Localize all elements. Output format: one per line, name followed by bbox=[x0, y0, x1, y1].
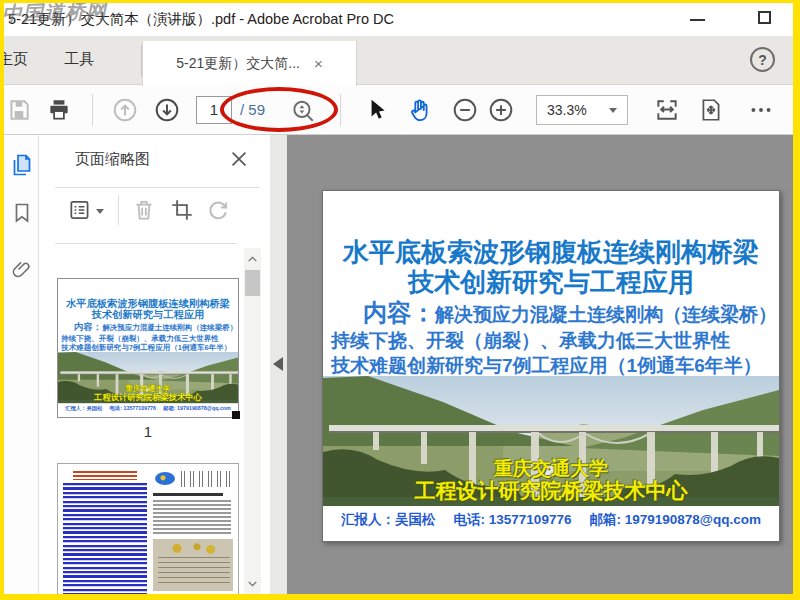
main-toolbar: 1 / 59 33.3% bbox=[4, 85, 793, 135]
crop-pages-icon[interactable] bbox=[169, 197, 195, 223]
panel-gutter[interactable] bbox=[270, 135, 287, 594]
maximize-button[interactable] bbox=[758, 11, 771, 24]
thumbnail-page-1[interactable]: 水平底板索波形钢腹板连续刚构桥梁 技术创新研究与工程应用 内容：解决预应力混凝土… bbox=[57, 278, 239, 418]
rotate-pages-icon[interactable] bbox=[205, 197, 231, 223]
attachments-panel-icon[interactable] bbox=[10, 257, 34, 281]
zoom-level-dropdown[interactable]: 33.3% bbox=[536, 95, 628, 125]
caption-center: 工程设计研究院桥梁技术中心 bbox=[58, 393, 238, 402]
scrollbar-thumb[interactable] bbox=[245, 270, 260, 296]
slide-contact-line: 汇报人：吴国松电话: 13577109776邮箱: 1979190878@qq.… bbox=[323, 511, 779, 529]
bridge-photo: 重庆交通大学 工程设计研究院桥梁技术中心 bbox=[323, 376, 779, 506]
thumbnail-2-paragraph bbox=[153, 500, 231, 534]
thumbnail-2-certificate-image bbox=[153, 539, 233, 591]
contact-email: 邮箱: 1979190878@qq.com bbox=[163, 406, 231, 412]
bridge-photo: 重庆交通大学 工程设计研究院桥梁技术中心 bbox=[58, 352, 238, 403]
window-titlebar[interactable]: 中国道桥网 5-21更新）交大简本（演讲版）.pdf - Adobe Acrob… bbox=[4, 3, 793, 36]
fit-width-icon[interactable] bbox=[654, 97, 680, 123]
tab-document-label: 5-21更新）交大简... bbox=[176, 55, 300, 73]
page-thumbnails-panel-icon[interactable] bbox=[10, 153, 34, 177]
panel-title: 页面缩略图 bbox=[75, 150, 150, 169]
caption-university: 重庆交通大学 bbox=[323, 458, 779, 479]
thumbnail-page-1-label: 1 bbox=[57, 423, 239, 440]
chevron-down-icon bbox=[96, 209, 104, 214]
help-icon[interactable]: ? bbox=[750, 47, 775, 72]
slide-title-line2: 技术创新研究与工程应用 bbox=[329, 267, 773, 297]
slide-content: 内容：解决预应力混凝土连续刚构（连续梁桥） 持续下挠、开裂（崩裂）、承载力低三大… bbox=[323, 299, 779, 378]
thumbnail-options-icon[interactable] bbox=[67, 197, 93, 223]
print-icon[interactable] bbox=[46, 97, 72, 123]
chevron-down-icon bbox=[609, 108, 617, 113]
pdf-slide-page[interactable]: 水平底板索波形钢腹板连续刚构桥梁 技术创新研究与工程应用 内容：解决预应力混凝土… bbox=[323, 191, 779, 541]
slide-content-line3: 技术难题创新研究与7例工程应用（1例通车6年半） bbox=[323, 353, 779, 378]
divider bbox=[55, 187, 259, 188]
slide-content-line1: 解决预应力混凝土连续刚构（连续梁桥） bbox=[435, 304, 777, 325]
tab-tools[interactable]: 工具 bbox=[64, 50, 94, 69]
slide-content-label: 内容： bbox=[74, 322, 102, 333]
zoom-in-icon[interactable] bbox=[488, 97, 514, 123]
thumbnail-page-2[interactable] bbox=[57, 463, 239, 594]
tab-home[interactable]: 主页 bbox=[4, 50, 44, 69]
hand-tool-icon[interactable] bbox=[406, 97, 432, 123]
save-icon[interactable] bbox=[6, 97, 32, 123]
delete-page-icon[interactable] bbox=[131, 197, 157, 223]
previous-page-icon[interactable] bbox=[112, 97, 138, 123]
thumbnail-resize-handle[interactable] bbox=[232, 411, 240, 419]
acrobat-window: 中国道桥网 5-21更新）交大简本（演讲版）.pdf - Adobe Acrob… bbox=[4, 3, 793, 594]
scroll-down-icon[interactable] bbox=[246, 576, 259, 589]
document-view[interactable]: 水平底板索波形钢腹板连续刚构桥梁 技术创新研究与工程应用 内容：解决预应力混凝土… bbox=[287, 135, 793, 594]
workspace: 页面缩略图 bbox=[4, 135, 793, 594]
tab-bar: 主页 工具 5-21更新）交大简... × ? bbox=[4, 36, 793, 85]
document-page-1[interactable]: 水平底板索波形钢腹板连续刚构桥梁 技术创新研究与工程应用 内容：解决预应力混凝土… bbox=[322, 190, 780, 542]
thumbnail-2-heading bbox=[73, 471, 137, 480]
divider bbox=[55, 243, 237, 244]
pdf-slide-page[interactable]: 水平底板索波形钢腹板连续刚构桥梁 技术创新研究与工程应用 内容：解决预应力混凝土… bbox=[58, 279, 238, 417]
select-tool-icon[interactable] bbox=[364, 97, 390, 123]
caption-center: 工程设计研究院桥梁技术中心 bbox=[323, 479, 779, 502]
caption-university: 重庆交通大学 bbox=[58, 384, 238, 392]
slide-content-line2: 持续下挠、开裂（崩裂）、承载力低三大世界性 bbox=[58, 333, 238, 343]
thumbnail-2-subheading bbox=[153, 493, 223, 496]
window-title: 5-21更新）交大简本（演讲版）.pdf - Adobe Acrobat Pro… bbox=[8, 10, 394, 29]
slide-content-line1: 解决预应力混凝土连续刚构（连续梁桥） bbox=[102, 324, 237, 332]
thumbnail-2-body-text bbox=[63, 483, 147, 594]
thumbnail-2-bars bbox=[181, 471, 233, 487]
slide-contact-line: 汇报人：吴国松电话: 13577109776邮箱: 1979190878@qq.… bbox=[58, 405, 238, 412]
slide-content: 内容：解决预应力混凝土连续刚构（连续梁桥） 持续下挠、开裂（崩裂）、承载力低三大… bbox=[58, 322, 238, 353]
zoom-out-icon[interactable] bbox=[452, 97, 478, 123]
bookmarks-panel-icon[interactable] bbox=[10, 201, 34, 225]
page-thumbnails-search-icon[interactable] bbox=[290, 98, 316, 124]
navigation-strip bbox=[4, 135, 39, 594]
help-glyph: ? bbox=[758, 52, 767, 68]
contact-phone: 电话: 13577109776 bbox=[110, 406, 157, 412]
next-page-icon[interactable] bbox=[154, 97, 180, 123]
minimize-button[interactable] bbox=[690, 19, 705, 21]
contact-name: 汇报人：吴国松 bbox=[341, 512, 436, 527]
contact-email: 邮箱: 1979190878@qq.com bbox=[589, 512, 761, 527]
slide-content-line2: 持续下挠、开裂（崩裂）、承载力低三大世界性 bbox=[323, 328, 779, 353]
thumbnail-2-text-column bbox=[63, 471, 147, 594]
contact-name: 汇报人：吴国松 bbox=[65, 406, 102, 412]
tab-document[interactable]: 5-21更新）交大简... × bbox=[142, 41, 357, 86]
slide-title-line1: 水平底板索波形钢腹板连续刚构桥梁 bbox=[60, 279, 235, 309]
fit-page-icon[interactable] bbox=[698, 97, 724, 123]
page-number-input[interactable]: 1 bbox=[196, 96, 232, 124]
screenshot-frame: 中国道桥网 5-21更新）交大简本（演讲版）.pdf - Adobe Acrob… bbox=[0, 0, 800, 600]
divider bbox=[118, 195, 119, 225]
panel-close-icon[interactable] bbox=[228, 148, 250, 170]
slide-title-line1: 水平底板索波形钢腹板连续刚构桥梁 bbox=[329, 191, 773, 267]
panel-scrollbar[interactable] bbox=[244, 248, 261, 594]
contact-phone: 电话: 13577109776 bbox=[454, 512, 572, 527]
toolbar-separator bbox=[92, 94, 93, 126]
tab-close-icon[interactable]: × bbox=[314, 55, 323, 72]
page-total-label: / 59 bbox=[240, 85, 265, 135]
more-tools-icon[interactable] bbox=[748, 97, 774, 123]
thumbnail-2-logo bbox=[155, 472, 175, 485]
zoom-level-value: 33.3% bbox=[547, 102, 587, 118]
slide-photo-caption: 重庆交通大学 工程设计研究院桥梁技术中心 bbox=[323, 458, 779, 502]
slide-photo-caption: 重庆交通大学 工程设计研究院桥梁技术中心 bbox=[58, 384, 238, 401]
slide-title-line2: 技术创新研究与工程应用 bbox=[60, 309, 235, 321]
scroll-up-icon[interactable] bbox=[246, 252, 259, 265]
toolbar-separator bbox=[340, 94, 341, 126]
collapse-panel-icon[interactable] bbox=[273, 357, 283, 371]
thumbnail-2-right-column bbox=[153, 471, 233, 594]
